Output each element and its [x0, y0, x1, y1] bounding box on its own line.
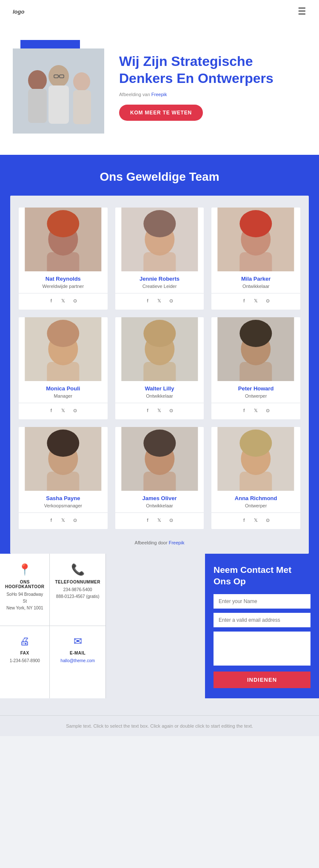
facebook-icon[interactable]: f [240, 407, 248, 414]
member-role: Verkoopsmanager [19, 503, 108, 508]
facebook-icon[interactable]: f [144, 407, 151, 414]
team-title: Ons Geweldige Team [10, 170, 309, 184]
office-icon: 📍 [5, 563, 44, 576]
instagram-icon[interactable]: ⊙ [168, 297, 175, 305]
email-address: hallo@theme.com [55, 657, 100, 664]
member-role: Wereldwijde partner [19, 284, 108, 289]
member-role: Ontwikkelaar [211, 284, 300, 289]
svg-rect-29 [143, 362, 176, 381]
member-name: Peter Howard [211, 385, 300, 392]
hero-attribution: Afbeelding van Freepik [119, 92, 306, 97]
team-card: Monica PouliManagerf𝕏⊙ [19, 317, 108, 419]
member-photo-7 [115, 427, 204, 491]
team-section: Ons Geweldige Team Nat ReynoldsWereldwij… [0, 155, 319, 554]
member-social: f𝕏⊙ [211, 403, 300, 414]
member-name: Jennie Roberts [115, 276, 204, 282]
instagram-icon[interactable]: ⊙ [71, 516, 79, 524]
facebook-icon[interactable]: f [240, 516, 248, 524]
member-role: Manager [19, 393, 108, 398]
svg-point-28 [143, 320, 176, 347]
team-card: James OliverOntwikkelaarf𝕏⊙ [115, 427, 204, 529]
instagram-icon[interactable]: ⊙ [168, 407, 175, 414]
hero-photo [13, 48, 104, 134]
twitter-icon[interactable]: 𝕏 [252, 297, 260, 305]
member-name: Sasha Payne [19, 495, 108, 501]
fax-number: 1-234-567-8900 [5, 657, 44, 664]
member-name: James Oliver [115, 495, 204, 501]
svg-point-16 [143, 210, 176, 237]
team-grid: Nat ReynoldsWereldwijde partnerf𝕏⊙ Jenni… [19, 208, 300, 529]
member-social: f𝕏⊙ [115, 293, 204, 305]
submit-button[interactable]: INDIENEN [214, 672, 310, 688]
message-input[interactable] [214, 632, 310, 666]
email-link[interactable]: hallo@theme.com [60, 658, 95, 663]
twitter-icon[interactable]: 𝕏 [252, 407, 260, 414]
member-photo-6 [19, 427, 108, 491]
member-name: Mila Parker [211, 276, 300, 282]
member-name: Monica Pouli [19, 385, 108, 392]
hamburger-icon[interactable]: ☰ [298, 6, 306, 17]
twitter-icon[interactable]: 𝕏 [252, 516, 260, 524]
svg-rect-25 [47, 362, 79, 381]
email-input[interactable] [214, 613, 310, 627]
name-input[interactable] [214, 594, 310, 609]
svg-point-5 [73, 72, 90, 91]
team-card: Peter HowardOntwerperf𝕏⊙ [211, 317, 300, 419]
instagram-icon[interactable]: ⊙ [71, 297, 79, 305]
facebook-icon[interactable]: f [47, 407, 55, 414]
twitter-icon[interactable]: 𝕏 [59, 297, 67, 305]
fax-title: FAX [5, 651, 44, 655]
member-name: Anna Richmond [211, 495, 300, 501]
team-card: Sasha PayneVerkoopsmanagerf𝕏⊙ [19, 427, 108, 529]
twitter-icon[interactable]: 𝕏 [156, 407, 163, 414]
instagram-icon[interactable]: ⊙ [264, 407, 272, 414]
member-role: Ontwikkelaar [115, 393, 204, 398]
office-title: ONS HOOFDKANTOOR [5, 580, 44, 589]
member-role: Ontwerper [211, 393, 300, 398]
svg-point-40 [143, 430, 176, 457]
freepik-link-team[interactable]: Freepik [169, 540, 185, 545]
svg-point-1 [28, 70, 47, 91]
member-photo-5 [211, 317, 300, 381]
instagram-icon[interactable]: ⊙ [71, 407, 79, 414]
svg-rect-2 [28, 89, 47, 123]
freepik-link-hero[interactable]: Freepik [151, 92, 167, 97]
contact-form: INDIENEN [214, 594, 310, 688]
facebook-icon[interactable]: f [240, 297, 248, 305]
member-social: f𝕏⊙ [19, 293, 108, 305]
member-social: f𝕏⊙ [211, 293, 300, 305]
svg-point-12 [47, 210, 79, 237]
twitter-icon[interactable]: 𝕏 [156, 297, 163, 305]
instagram-icon[interactable]: ⊙ [264, 297, 272, 305]
contact-form-wrapper: Neem Contact Met Ons Op INDIENEN [205, 554, 319, 698]
member-name: Walter Lilly [115, 385, 204, 392]
email-icon: ✉ [55, 635, 100, 647]
instagram-icon[interactable]: ⊙ [264, 516, 272, 524]
hero-title: Wij Zijn Strategische Denkers En Ontwerp… [119, 53, 306, 87]
team-card: Walter LillyOntwikkelaarf𝕏⊙ [115, 317, 204, 419]
facebook-icon[interactable]: f [144, 297, 151, 305]
member-role: Ontwikkelaar [115, 503, 204, 508]
twitter-icon[interactable]: 𝕏 [156, 516, 163, 524]
cta-button[interactable]: KOM MEER TE WETEN [119, 105, 203, 121]
twitter-icon[interactable]: 𝕏 [59, 407, 67, 414]
svg-point-32 [240, 320, 272, 347]
facebook-icon[interactable]: f [47, 297, 55, 305]
member-social: f𝕏⊙ [19, 512, 108, 524]
svg-rect-41 [143, 472, 176, 491]
team-card: Nat ReynoldsWereldwijde partnerf𝕏⊙ [19, 208, 108, 310]
twitter-icon[interactable]: 𝕏 [59, 516, 67, 524]
member-photo-3 [19, 317, 108, 381]
svg-point-20 [240, 210, 272, 237]
facebook-icon[interactable]: f [47, 516, 55, 524]
svg-rect-33 [240, 362, 272, 381]
member-photo-0 [19, 208, 108, 271]
footer: Sample text. Click to select the text bo… [0, 715, 319, 736]
team-card: Jennie RobertsCreatieve Leiderf𝕏⊙ [115, 208, 204, 310]
svg-rect-17 [143, 252, 176, 271]
instagram-icon[interactable]: ⊙ [168, 516, 175, 524]
member-role: Ontwerper [211, 503, 300, 508]
facebook-icon[interactable]: f [144, 516, 151, 524]
team-grid-wrapper: Nat ReynoldsWereldwijde partnerf𝕏⊙ Jenni… [10, 196, 309, 554]
member-photo-4 [115, 317, 204, 381]
